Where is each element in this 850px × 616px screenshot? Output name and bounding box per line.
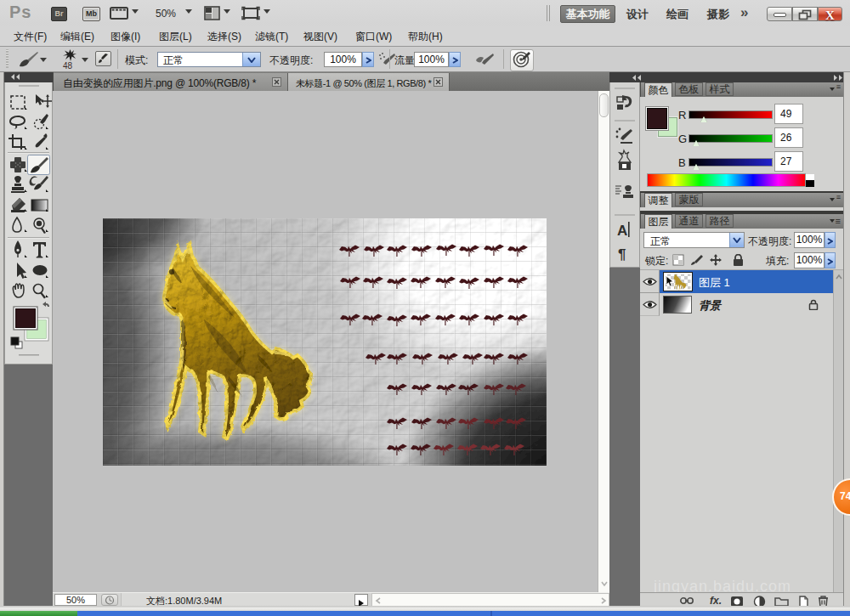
svg-text:A: A	[617, 223, 627, 239]
svg-text:¶: ¶	[618, 246, 626, 263]
